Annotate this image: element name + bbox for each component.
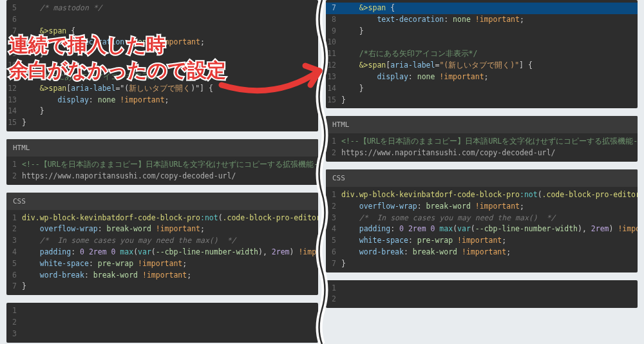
line-number: 6 — [326, 247, 341, 258]
line-number: 3 — [6, 235, 22, 247]
line-number: 14 — [326, 83, 341, 95]
line-content: &>span[aria-label="(新しいタブで開く)"] { — [341, 60, 533, 72]
line-content: /*右にある矢印アイコン非表示*/ — [22, 72, 158, 83]
line-number: 2 — [326, 294, 341, 305]
line-number: 11 — [326, 48, 341, 60]
line-number: 1 — [326, 136, 341, 148]
code-line: 8 text-decoration: none !important; — [6, 37, 318, 48]
code-line: 1 — [6, 305, 318, 317]
right-html-header: HTML — [326, 116, 638, 133]
code-line: 6 word-break: break-word !important; — [6, 270, 318, 282]
left-html-codeblock: HTML 1<!--【URLを日本語のままコピー】日本語URLを文字化けせずにコ… — [6, 139, 318, 185]
code-line: 3 — [6, 329, 318, 340]
line-content: https://www.naporitansushi.com/copy-deco… — [341, 148, 555, 159]
line-number: 2 — [326, 148, 341, 159]
code-line: 8 text-decoration: none !important; — [326, 14, 638, 26]
code-line: 7 &>span { — [6, 26, 318, 37]
left-html-lines: 1<!--【URLを日本語のままコピー】日本語URLを文字化けせずにコピーする拡… — [6, 157, 318, 185]
line-content: overflow-wrap: break-word !important; — [341, 201, 524, 213]
line-number: 15 — [6, 117, 22, 129]
code-line: 15} — [326, 95, 638, 106]
line-number: 12 — [6, 83, 22, 95]
code-line: 7} — [326, 258, 638, 270]
line-content: div.wp-block-kevinbatdorf-code-block-pro… — [22, 213, 318, 224]
left-column: 5 /* mastodon */6 7 &>span {8 text-decor… — [0, 0, 322, 344]
code-line: 5 white-space: pre-wrap !important; — [6, 258, 318, 270]
code-line: 2https://www.naporitansushi.com/copy-dec… — [6, 171, 318, 182]
line-number: 9 — [6, 48, 22, 60]
line-number: 15 — [326, 95, 341, 106]
code-line: 6 word-break: break-word !important; — [326, 247, 638, 258]
line-number: 10 — [326, 37, 341, 48]
code-line: 11 /*右にある矢印アイコン非表示*/ — [326, 48, 638, 60]
code-line: 11 /*右にある矢印アイコン非表示*/ — [6, 72, 318, 83]
line-number: 4 — [326, 224, 341, 235]
code-line: 9 } — [6, 48, 318, 60]
code-line: 2 — [6, 317, 318, 329]
line-number: 6 — [6, 270, 22, 282]
line-number: 12 — [326, 60, 341, 72]
left-empty-lines: 1 2 3 — [6, 303, 318, 342]
left-top-codeblock: 5 /* mastodon */6 7 &>span {8 text-decor… — [6, 0, 318, 131]
line-content: } — [341, 26, 364, 37]
line-content: word-break: break-word !important; — [22, 270, 191, 282]
right-html-lines: 1<!--【URLを日本語のままコピー】日本語URLを文字化けせずにコピーする拡… — [326, 133, 638, 162]
line-content: text-decoration: none !important; — [341, 14, 524, 26]
line-number: 1 — [326, 189, 341, 201]
line-number: 9 — [326, 26, 341, 37]
code-line: 2 overflow-wrap: break-word !important; — [326, 201, 638, 213]
code-line: 4 padding: 0 2rem 0 max(var(--cbp-line-n… — [326, 224, 638, 235]
code-line: 1<!--【URLを日本語のままコピー】日本語URLを文字化けせずにコピーする拡… — [6, 159, 318, 171]
code-line: 1 — [326, 283, 638, 294]
line-content: /* In some cases you may need the max() … — [341, 213, 555, 224]
line-number: 7 — [6, 281, 22, 292]
line-content: text-decoration: none !important; — [22, 37, 205, 48]
line-number: 3 — [6, 329, 22, 340]
line-content: } — [341, 95, 346, 106]
right-empty-codeblock: 1 2 — [326, 280, 638, 309]
line-content — [22, 14, 40, 26]
code-line: 13 display: none !important; — [326, 72, 638, 83]
line-content: &>span { — [341, 3, 395, 14]
code-line: 2 — [326, 294, 638, 305]
line-number: 5 — [6, 3, 22, 14]
code-line: 10 — [6, 60, 318, 72]
line-content: white-space: pre-wrap !important; — [341, 235, 506, 247]
line-content: /*右にある矢印アイコン非表示*/ — [341, 48, 477, 60]
line-content: <!--【URLを日本語のままコピー】日本語URLを文字化けせずにコピーする拡張… — [22, 159, 318, 171]
code-line: 9 } — [326, 26, 638, 37]
code-line: 14 } — [326, 83, 638, 95]
line-number: 1 — [6, 213, 22, 224]
line-number: 1 — [326, 283, 341, 294]
code-line: 13 display: none !important; — [6, 95, 318, 106]
line-number: 8 — [326, 14, 341, 26]
code-line: 12 &>span[aria-label="(新しいタブで開く)"] { — [326, 60, 638, 72]
line-number: 1 — [6, 305, 22, 317]
line-number: 10 — [6, 60, 22, 72]
right-css-codeblock: CSS 1div.wp-block-kevinbatdorf-code-bloc… — [326, 169, 638, 272]
line-number: 7 — [326, 3, 341, 14]
line-content: } — [22, 281, 26, 292]
left-top-lines: 5 /* mastodon */6 7 &>span {8 text-decor… — [6, 0, 318, 131]
code-line: 5 white-space: pre-wrap !important; — [326, 235, 638, 247]
line-content: display: none !important; — [22, 95, 169, 106]
line-number: 6 — [6, 14, 22, 26]
line-content: } — [341, 258, 346, 270]
line-number: 5 — [6, 258, 22, 270]
left-css-codeblock: CSS 1div.wp-block-kevinbatdorf-code-bloc… — [6, 193, 318, 296]
line-number: 7 — [6, 26, 22, 37]
code-line: 7 &>span { — [326, 3, 638, 14]
line-number: 7 — [326, 258, 341, 270]
code-line: 15} — [6, 117, 318, 129]
line-number: 4 — [6, 247, 22, 258]
left-css-lines: 1div.wp-block-kevinbatdorf-code-block-pr… — [6, 210, 318, 296]
right-top-lines: 7 &>span {8 text-decoration: none !impor… — [326, 0, 638, 108]
line-content: padding: 0 2rem 0 max(var(--cbp-line-num… — [22, 247, 318, 258]
line-content: <!--【URLを日本語のままコピー】日本語URLを文字化けせずにコピーする拡張… — [341, 136, 638, 148]
comparison-split: 5 /* mastodon */6 7 &>span {8 text-decor… — [0, 0, 644, 344]
code-line: 10 — [326, 37, 638, 48]
line-content — [22, 60, 26, 72]
line-number: 11 — [6, 72, 22, 83]
line-content: &>span { — [22, 26, 75, 37]
code-line: 3 /* In some cases you may need the max(… — [6, 235, 318, 247]
